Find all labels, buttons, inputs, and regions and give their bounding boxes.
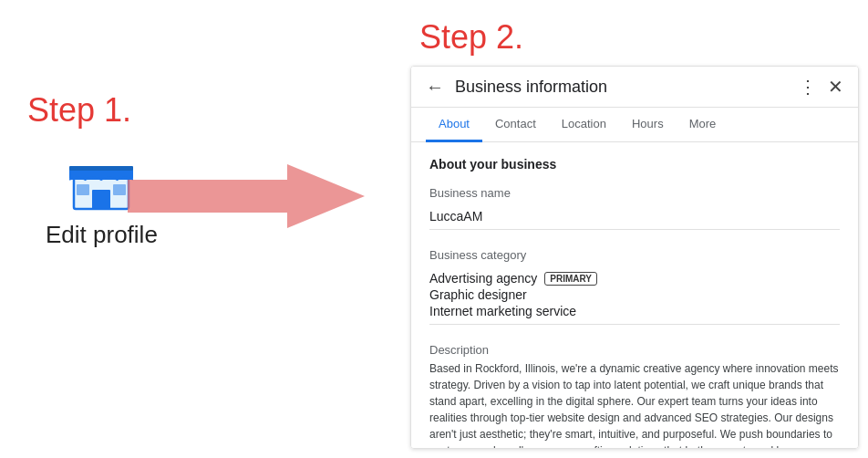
- description-label: Description: [429, 343, 840, 357]
- description-block: Description Based in Rockford, Illinois,…: [429, 343, 840, 448]
- business-name-value: LuccaAM: [429, 203, 840, 230]
- close-button[interactable]: ✕: [828, 76, 843, 98]
- svg-marker-6: [128, 164, 365, 228]
- more-options-button[interactable]: ⋮: [799, 76, 817, 98]
- description-text: Based in Rockford, Illinois, we're a dyn…: [429, 360, 840, 448]
- category-secondary-2: Internet marketing service: [429, 304, 840, 318]
- step2-label: Step 2.: [401, 0, 868, 66]
- tab-about[interactable]: About: [426, 108, 482, 142]
- business-name-label: Business name: [429, 186, 840, 200]
- category-primary-name: Advertising agency: [429, 271, 537, 286]
- primary-badge: PRIMARY: [544, 272, 597, 286]
- dialog-container: ← Business information ⋮ ✕ About Contact…: [410, 66, 859, 449]
- header-icons: ⋮ ✕: [799, 76, 843, 98]
- back-button[interactable]: ←: [426, 77, 444, 98]
- tab-contact[interactable]: Contact: [482, 108, 549, 142]
- category-primary-line: Advertising agency PRIMARY: [429, 271, 840, 286]
- step1-label: Step 1.: [27, 91, 374, 130]
- svg-rect-2: [77, 184, 89, 195]
- tabs-row: About Contact Location Hours More: [411, 108, 858, 142]
- left-panel: Step 1. Edit profile: [0, 0, 401, 458]
- business-name-block: Business name LuccaAM: [429, 186, 840, 230]
- arrow-container: [128, 160, 365, 233]
- dialog-header: ← Business information ⋮ ✕: [411, 67, 858, 108]
- business-category-block: Business category Advertising agency PRI…: [429, 248, 840, 325]
- svg-rect-5: [69, 166, 133, 171]
- store-icon: [69, 157, 133, 212]
- tab-location[interactable]: Location: [549, 108, 619, 142]
- svg-rect-3: [113, 184, 126, 195]
- tab-hours[interactable]: Hours: [619, 108, 677, 142]
- right-panel: Step 2. ← Business information ⋮ ✕ About…: [401, 0, 868, 458]
- dialog-body: About your business Business name LuccaA…: [411, 142, 858, 448]
- business-category-label: Business category: [429, 248, 840, 262]
- dialog-title: Business information: [455, 78, 799, 97]
- svg-rect-1: [92, 190, 110, 209]
- right-arrow-icon: [128, 160, 365, 233]
- tab-more[interactable]: More: [677, 108, 729, 142]
- category-secondary-1: Graphic designer: [429, 287, 840, 302]
- section-title: About your business: [429, 157, 840, 172]
